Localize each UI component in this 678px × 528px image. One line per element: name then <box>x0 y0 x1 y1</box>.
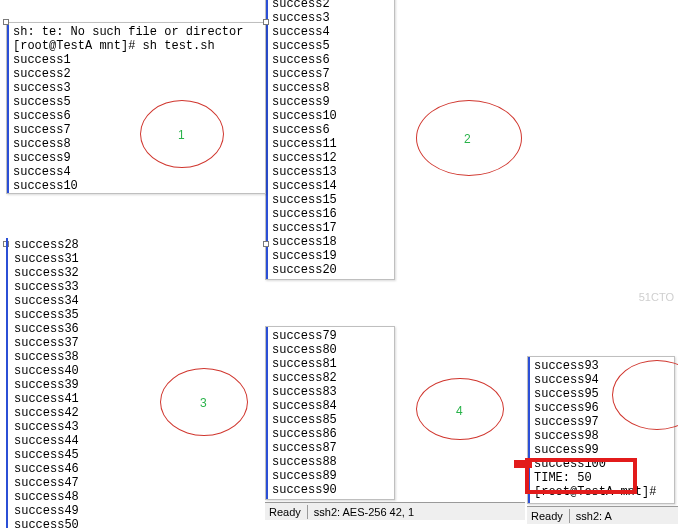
output-line: success98 <box>534 429 672 443</box>
resize-handle[interactable] <box>263 19 269 25</box>
output-line: success34 <box>14 294 79 308</box>
output-line: success87 <box>272 441 392 455</box>
output-line: success6 <box>272 53 392 67</box>
output-line: success10 <box>272 109 392 123</box>
status-ready-right: Ready <box>531 509 563 523</box>
output-line: success86 <box>272 427 392 441</box>
annotation-number-4: 4 <box>456 404 463 418</box>
output-line: success6 <box>272 123 392 137</box>
annotation-number-2: 2 <box>464 132 471 146</box>
output-line: success44 <box>14 434 79 448</box>
output-line: success83 <box>272 385 392 399</box>
output-line: success81 <box>272 357 392 371</box>
output-line: success48 <box>14 490 79 504</box>
shell-error-line: sh: te: No such file or director <box>13 25 263 39</box>
output-line: success33 <box>14 280 79 294</box>
status-ssh-right: ssh2: A <box>576 509 612 523</box>
output-line: success4 <box>272 25 392 39</box>
output-line: success2 <box>272 0 392 11</box>
highlight-rect-time <box>525 458 637 494</box>
output-line: success4 <box>13 165 263 179</box>
annotation-number-1: 1 <box>178 128 185 142</box>
output-line: success13 <box>272 165 392 179</box>
watermark: 51CTO <box>639 290 674 304</box>
output-line: success3 <box>272 11 392 25</box>
output-line: success17 <box>272 221 392 235</box>
output-line: success15 <box>272 193 392 207</box>
terminal-panel-2: success2success3success4success5success6… <box>265 0 395 280</box>
output-line: success42 <box>14 406 79 420</box>
output-line: success49 <box>14 504 79 518</box>
output-line: success89 <box>272 469 392 483</box>
output-line: success47 <box>14 476 79 490</box>
output-line: success39 <box>14 378 79 392</box>
output-line: success14 <box>272 179 392 193</box>
output-line: success85 <box>272 413 392 427</box>
output-line: success84 <box>272 399 392 413</box>
annotation-number-3: 3 <box>200 396 207 410</box>
output-line: success19 <box>272 249 392 263</box>
resize-handle[interactable] <box>3 19 9 25</box>
status-ready: Ready <box>269 505 301 519</box>
shell-prompt-line: [root@TestA mnt]# sh test.sh <box>13 39 263 53</box>
output-line: success82 <box>272 371 392 385</box>
terminal-panel-1: sh: te: No such file or director [root@T… <box>6 22 266 194</box>
output-line: success79 <box>272 329 392 343</box>
output-line: success12 <box>272 151 392 165</box>
output-line: success90 <box>272 483 392 497</box>
output-line: success9 <box>13 151 263 165</box>
output-line: success40 <box>14 364 79 378</box>
output-line: success45 <box>14 448 79 462</box>
output-line: success16 <box>272 207 392 221</box>
output-line: success37 <box>14 336 79 350</box>
terminal-panel-3: success28success31success32success33succ… <box>6 238 79 528</box>
output-line: success9 <box>272 95 392 109</box>
output-line: success36 <box>14 322 79 336</box>
output-line: success99 <box>534 443 672 457</box>
output-line: success43 <box>14 420 79 434</box>
output-line: success5 <box>272 39 392 53</box>
output-line: success5 <box>13 95 263 109</box>
output-line: success2 <box>13 67 263 81</box>
status-bar-right: Ready ssh2: A <box>527 506 678 524</box>
output-line: success6 <box>13 109 263 123</box>
output-line: success7 <box>13 123 263 137</box>
output-line: success35 <box>14 308 79 322</box>
output-line: success80 <box>272 343 392 357</box>
output-line: success50 <box>14 518 79 528</box>
output-line: success28 <box>14 238 79 252</box>
output-line: success11 <box>272 137 392 151</box>
output-line: success32 <box>14 266 79 280</box>
output-line: success88 <box>272 455 392 469</box>
output-line: success7 <box>272 67 392 81</box>
output-line: success8 <box>13 137 263 151</box>
output-line: success20 <box>272 263 392 277</box>
output-line: success38 <box>14 350 79 364</box>
output-line: success10 <box>13 179 263 193</box>
terminal-panel-4: success79success80success81success82succ… <box>265 326 395 500</box>
status-bar-left: Ready ssh2: AES-256 42, 1 <box>265 502 525 520</box>
output-line: success8 <box>272 81 392 95</box>
resize-handle[interactable] <box>263 241 269 247</box>
output-line: success46 <box>14 462 79 476</box>
output-line: success18 <box>272 235 392 249</box>
status-ssh-info: ssh2: AES-256 42, 1 <box>314 505 414 519</box>
output-line: success41 <box>14 392 79 406</box>
output-line: success3 <box>13 81 263 95</box>
output-line: success1 <box>13 53 263 67</box>
output-line: success31 <box>14 252 79 266</box>
